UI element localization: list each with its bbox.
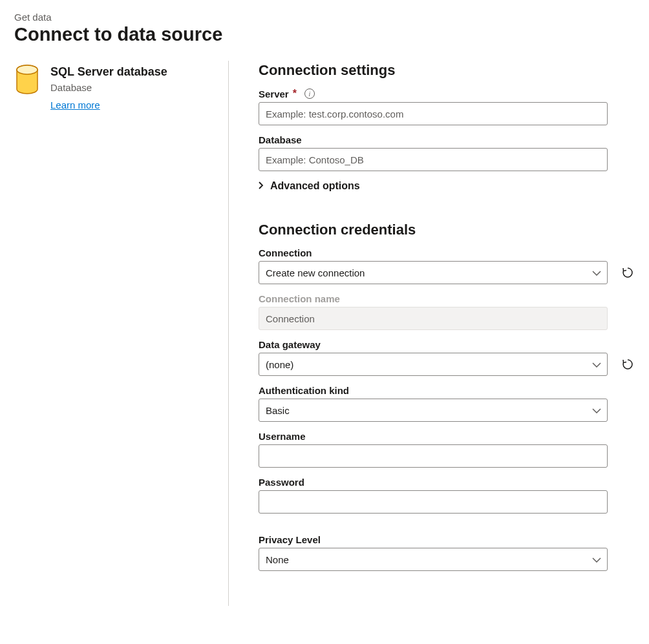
data-gateway-select[interactable]: (none) xyxy=(259,353,608,376)
refresh-gateway-button[interactable] xyxy=(621,357,635,371)
username-label: Username xyxy=(259,431,306,442)
username-input[interactable] xyxy=(259,444,608,468)
data-gateway-select-value: (none) xyxy=(266,359,293,370)
database-label: Database xyxy=(259,134,302,145)
svg-point-1 xyxy=(17,65,37,74)
refresh-icon xyxy=(621,266,634,279)
refresh-icon xyxy=(621,358,634,371)
connection-name-input xyxy=(259,307,608,330)
data-gateway-label: Data gateway xyxy=(259,339,321,350)
password-label: Password xyxy=(259,477,304,488)
password-input[interactable] xyxy=(259,490,608,514)
breadcrumb: Get data xyxy=(14,12,635,23)
authentication-kind-select[interactable]: Basic xyxy=(259,399,608,422)
connection-settings-heading: Connection settings xyxy=(259,62,635,79)
refresh-connection-button[interactable] xyxy=(621,265,635,280)
connection-credentials-heading: Connection credentials xyxy=(259,222,635,238)
connection-select[interactable]: Create new connection xyxy=(259,261,608,284)
privacy-level-value: None xyxy=(266,554,289,565)
connector-category: Database xyxy=(50,82,167,93)
form-area: Connection settings Server * i Database xyxy=(228,61,635,606)
server-label: Server xyxy=(259,88,289,99)
connector-title: SQL Server database xyxy=(50,65,167,79)
page-title: Connect to data source xyxy=(14,24,635,45)
chevron-right-icon xyxy=(259,181,264,191)
required-indicator: * xyxy=(293,88,297,99)
authentication-kind-value: Basic xyxy=(266,405,290,416)
connector-sidebar: SQL Server database Database Learn more xyxy=(14,61,228,606)
authentication-kind-label: Authentication kind xyxy=(259,385,349,396)
connection-name-label: Connection name xyxy=(259,293,340,304)
server-input[interactable] xyxy=(259,102,608,125)
advanced-options-toggle[interactable]: Advanced options xyxy=(259,180,635,192)
database-icon xyxy=(14,65,40,111)
info-icon[interactable]: i xyxy=(304,88,315,99)
database-input[interactable] xyxy=(259,148,608,171)
advanced-options-label: Advanced options xyxy=(270,180,360,192)
learn-more-link[interactable]: Learn more xyxy=(50,99,100,110)
connection-select-value: Create new connection xyxy=(266,267,365,278)
privacy-level-label: Privacy Level xyxy=(259,534,321,545)
privacy-level-select[interactable]: None xyxy=(259,548,608,571)
connection-label: Connection xyxy=(259,247,312,258)
